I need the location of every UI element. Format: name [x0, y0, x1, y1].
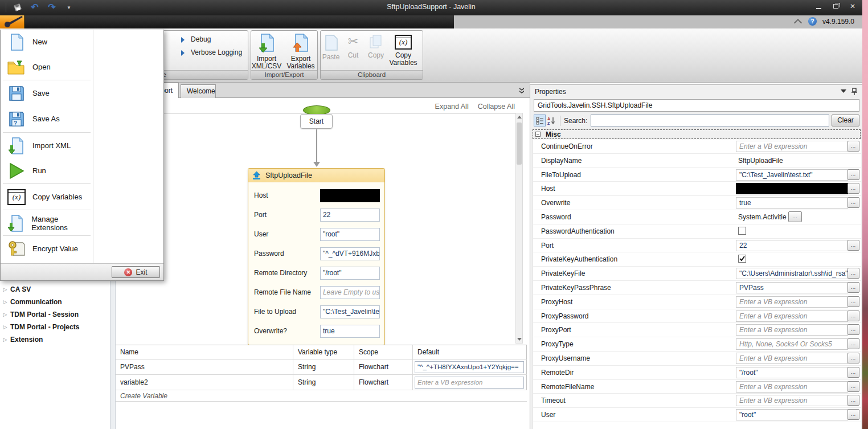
- debug-toggle[interactable]: Debug: [179, 36, 211, 43]
- node-field-input[interactable]: "^_^dVT+916MJxb: [320, 247, 380, 260]
- expression-editor-button[interactable]: …: [847, 353, 859, 363]
- clear-button[interactable]: Clear: [832, 115, 859, 126]
- collapse-category-icon[interactable]: [535, 132, 541, 137]
- node-field-input[interactable]: "root": [320, 228, 380, 241]
- expression-editor-button[interactable]: …: [847, 310, 859, 321]
- variable-row-PVPass[interactable]: PVPassStringFlowchart"^_^+TH8fYXAxnUpo1+…: [116, 359, 527, 375]
- variable-default-input[interactable]: Enter a VB expression: [415, 377, 524, 389]
- expression-editor-button[interactable]: …: [847, 282, 859, 293]
- scroll-up-icon[interactable]: [516, 113, 522, 121]
- expand-arrow-icon[interactable]: ▷: [0, 337, 10, 342]
- menu-item-manage-extensions[interactable]: Manage Extensions: [1, 211, 93, 235]
- minimize-button[interactable]: [812, 1, 825, 11]
- menu-item-new[interactable]: New: [1, 30, 93, 54]
- expand-arrow-icon[interactable]: ▷: [0, 299, 10, 305]
- menu-item-open[interactable]: Open: [1, 55, 93, 79]
- flowchart-canvas[interactable]: Expand All Collapse All Start SftpUpload…: [116, 98, 530, 345]
- column-header-default[interactable]: Default: [413, 345, 527, 359]
- property-value-input[interactable]: Enter a VB expression: [736, 353, 848, 364]
- tree-item-tdm-portal-session[interactable]: ▷TDM Portal - Session: [0, 308, 110, 321]
- property-value-input[interactable]: Enter a VB expression: [736, 395, 848, 406]
- column-header-variable-type[interactable]: Variable type: [293, 345, 354, 359]
- exit-button[interactable]: ✕ Exit: [112, 266, 160, 278]
- property-value-input[interactable]: Enter a VB expression: [736, 141, 848, 152]
- canvas-vertical-scrollbar[interactable]: [515, 113, 523, 344]
- close-button[interactable]: ✕: [846, 1, 859, 11]
- variable-type-cell[interactable]: String: [293, 359, 354, 374]
- collapse-ribbon-icon[interactable]: [793, 18, 803, 26]
- expand-arrow-icon[interactable]: ▷: [0, 312, 10, 317]
- node-field-input[interactable]: true: [320, 325, 380, 338]
- sftpuploadfile-node[interactable]: SftpUploadFile HostPort22User"root"Passw…: [248, 168, 385, 345]
- property-value-input[interactable]: Enter a VB expression: [736, 381, 848, 393]
- alphabetical-sort-icon[interactable]: A Z: [546, 115, 558, 126]
- expression-editor-button[interactable]: …: [847, 338, 859, 349]
- properties-dropdown-icon[interactable]: [841, 89, 846, 93]
- menu-item-copy-variables[interactable]: (x)Copy Variables: [1, 185, 93, 209]
- create-variable-link[interactable]: Create Variable: [116, 390, 527, 402]
- scrollbar-thumb[interactable]: [517, 122, 522, 165]
- variable-name-cell[interactable]: variable2: [116, 375, 293, 390]
- collapse-all-link[interactable]: Collapse All: [478, 103, 515, 111]
- tree-item-ca-sv[interactable]: ▷CA SV: [0, 283, 110, 296]
- menu-item-import-xml[interactable]: Import XML: [1, 133, 93, 158]
- property-value-input[interactable]: true: [736, 197, 848, 209]
- search-input[interactable]: [591, 115, 829, 126]
- property-value-input[interactable]: "C:\Test_Javelin\test.txt": [736, 169, 848, 181]
- property-value[interactable]: SftpUploadFile: [738, 157, 783, 165]
- expression-editor-button[interactable]: …: [847, 141, 859, 152]
- expression-editor-button[interactable]: …: [847, 395, 859, 406]
- start-node[interactable]: Start: [300, 114, 333, 129]
- tree-item-communication[interactable]: ▷Communication: [0, 296, 110, 308]
- scroll-down-icon[interactable]: [516, 336, 522, 343]
- expression-editor-button[interactable]: …: [847, 197, 859, 208]
- property-value-input[interactable]: Enter a VB expression: [736, 324, 848, 336]
- property-value-input[interactable]: "C:\Users\Administrator\.ssh\id_rsa": [736, 268, 848, 279]
- expression-editor-button[interactable]: …: [847, 409, 859, 420]
- expression-editor-button[interactable]: …: [847, 381, 859, 392]
- property-checkbox[interactable]: [738, 255, 746, 263]
- expression-editor-button[interactable]: …: [788, 211, 802, 222]
- category-misc-header[interactable]: Misc: [533, 129, 861, 139]
- expression-editor-button[interactable]: …: [847, 183, 859, 194]
- property-value-input[interactable]: Http, None, Socks4 Or Socks5: [736, 338, 848, 350]
- variable-type-cell[interactable]: String: [293, 375, 354, 390]
- pin-icon[interactable]: [851, 88, 858, 96]
- help-icon[interactable]: ?: [808, 17, 817, 26]
- menu-item-encrypt-value[interactable]: Encrypt Value: [1, 236, 93, 261]
- column-header-name[interactable]: Name: [116, 345, 293, 359]
- menu-item-save[interactable]: Save: [1, 81, 93, 105]
- property-value-input[interactable]: "root": [736, 409, 848, 420]
- tab-welcome[interactable]: Welcome: [181, 84, 216, 98]
- variable-row-variable2[interactable]: variable2StringFlowchartEnter a VB expre…: [116, 375, 527, 390]
- node-field-input[interactable]: Leave Empty to use: [320, 286, 380, 299]
- expression-editor-button[interactable]: …: [847, 324, 859, 335]
- node-field-input[interactable]: 22: [320, 209, 380, 222]
- expand-arrow-icon[interactable]: ▷: [0, 324, 10, 330]
- menu-item-run[interactable]: Run: [1, 158, 93, 183]
- property-value-input[interactable]: "/root": [736, 367, 848, 378]
- copy-variables-button[interactable]: (x) CopyVariables: [385, 35, 421, 67]
- node-field-input[interactable]: "C:\Test_Javelin\te: [320, 305, 380, 318]
- property-value-input[interactable]: PVPass: [736, 282, 848, 293]
- application-menu-button[interactable]: [0, 15, 24, 28]
- menu-item-save-as[interactable]: ?Save As: [1, 107, 93, 131]
- expression-editor-button[interactable]: …: [847, 268, 859, 279]
- property-value-input[interactable]: Enter a VB expression: [736, 296, 848, 308]
- verbose-logging-toggle[interactable]: Verbose Logging: [179, 49, 242, 56]
- expression-editor-button[interactable]: …: [847, 240, 859, 251]
- node-field-input[interactable]: "/root": [320, 267, 380, 280]
- categorized-view-icon[interactable]: [534, 115, 546, 126]
- restore-button[interactable]: [829, 1, 842, 11]
- property-checkbox[interactable]: [738, 227, 746, 235]
- tab-list-chevrons-icon[interactable]: [518, 87, 525, 94]
- column-header-scope[interactable]: Scope: [354, 345, 413, 359]
- variable-scope-cell[interactable]: Flowchart: [354, 359, 413, 374]
- expression-editor-button[interactable]: …: [847, 367, 859, 378]
- import-xml-csv-button[interactable]: ImportXML/CSV: [248, 34, 285, 70]
- node-field-input[interactable]: [320, 189, 380, 202]
- expression-editor-button[interactable]: …: [847, 296, 859, 307]
- expand-all-link[interactable]: Expand All: [435, 103, 469, 111]
- property-value-input[interactable]: Enter a VB expression: [736, 310, 848, 322]
- variable-scope-cell[interactable]: Flowchart: [354, 375, 413, 390]
